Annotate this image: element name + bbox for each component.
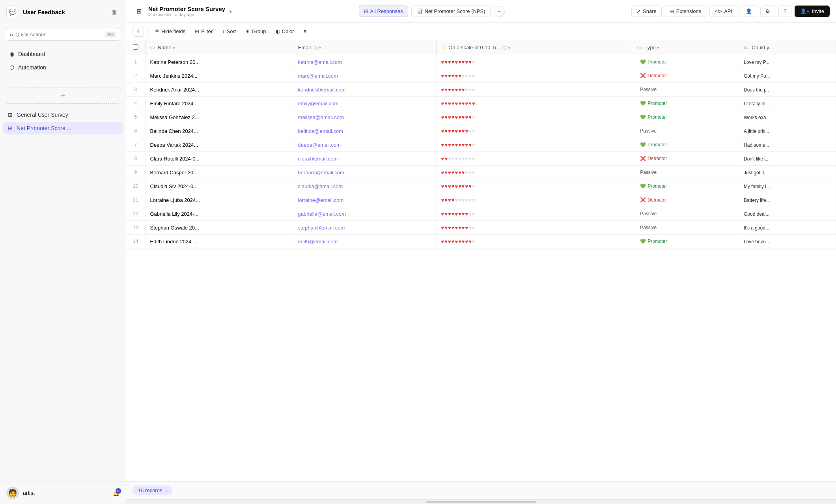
table-row: 10 Claudia Siv 2024-0... claudia@email.c… bbox=[126, 179, 836, 193]
type-cell: Passive bbox=[632, 207, 739, 221]
email-link[interactable]: melissa@email.com bbox=[298, 114, 344, 120]
email-link[interactable]: lorraine@email.com bbox=[298, 197, 344, 203]
email-cell: katrina@email.com bbox=[293, 55, 436, 69]
score-cell: ♥♥♥♥♥♥♥♥♥♥ bbox=[436, 83, 632, 97]
api-button[interactable]: </> API bbox=[709, 6, 737, 17]
group-label: Group bbox=[252, 28, 266, 34]
email-link[interactable]: claudia@email.com bbox=[298, 183, 343, 189]
user-icon-button[interactable]: 👤 bbox=[741, 6, 757, 17]
sidebar-item-automation[interactable]: ⬡ Automation bbox=[3, 61, 123, 74]
type-cell: Passive bbox=[632, 221, 739, 235]
type-cell: Passive bbox=[632, 124, 739, 138]
type-badge: Passive bbox=[637, 86, 660, 93]
add-row-button[interactable]: + bbox=[132, 26, 144, 37]
tab-nps[interactable]: 📊 Net Promoter Score (NPS) bbox=[411, 6, 491, 17]
type-cell: 💚 Promoter bbox=[632, 55, 739, 69]
type-column-header[interactable]: <> Type ▾ bbox=[632, 40, 739, 55]
sidebar-item-general-survey[interactable]: ⊞ General User Survey bbox=[3, 108, 123, 121]
comment-cell: Don't like t... bbox=[739, 152, 836, 166]
email-link[interactable]: stephan@email.com bbox=[298, 225, 345, 231]
email-link[interactable]: belinda@email.com bbox=[298, 128, 343, 134]
tab-label: All Responses bbox=[370, 8, 403, 14]
invite-button[interactable]: 👤+ Invite bbox=[795, 6, 830, 17]
comment-text: Love my P... bbox=[744, 60, 769, 65]
quick-actions-search[interactable]: ⌕ Quick Actions... ⌘K bbox=[5, 28, 121, 41]
email-link[interactable]: bernard@email.com bbox=[298, 170, 344, 175]
sidebar-item-nps[interactable]: ⊞ Net Promoter Score ... bbox=[3, 122, 123, 134]
row-number-9: 9 bbox=[126, 166, 145, 179]
name-column-header[interactable]: <> Name ▾ bbox=[145, 40, 293, 55]
filter-button[interactable]: ⊟ Filter bbox=[191, 26, 216, 36]
share-button[interactable]: ↗ Share bbox=[631, 6, 662, 17]
name-cell: Lorraine Ljuba 2024... bbox=[145, 193, 293, 207]
topbar-subtitle: last modified: a day ago bbox=[148, 12, 225, 17]
scroll-thumb[interactable] bbox=[426, 501, 536, 503]
email-column-header[interactable]: Email ⓘ ▾ bbox=[293, 40, 436, 55]
email-link[interactable]: deepa@email.com bbox=[298, 142, 341, 148]
email-cell: emily@email.com bbox=[293, 97, 436, 110]
hearts-display: ♥♥♥♥♥♥♥♥♥♥ bbox=[441, 128, 627, 134]
group-button[interactable]: ⊞ Group bbox=[241, 26, 270, 36]
score-cell: ♥♥♥♥♥♥♥♥♥♥ bbox=[436, 124, 632, 138]
sidebar-collapse-button[interactable]: ▣ bbox=[108, 6, 119, 17]
horizontal-scrollbar[interactable] bbox=[126, 499, 836, 504]
add-table-button[interactable]: + bbox=[5, 88, 121, 104]
type-badge: ❌ Detractor bbox=[637, 196, 670, 203]
sort-button[interactable]: ↕ Sort bbox=[218, 26, 240, 36]
extensions-icon: ⊕ bbox=[670, 8, 674, 14]
records-badge[interactable]: 15 records ‹ bbox=[132, 485, 172, 495]
type-badge: 💚 Promoter bbox=[637, 183, 670, 190]
row-number: 10 bbox=[133, 183, 138, 189]
sidebar-item-dashboard[interactable]: ◉ Dashboard bbox=[3, 48, 123, 60]
email-link[interactable]: emily@email.com bbox=[298, 101, 339, 106]
extensions-button[interactable]: ⊕ Extensions bbox=[665, 6, 707, 17]
sidebar-item-label: General User Survey bbox=[17, 112, 68, 118]
score-cell: ♥♥♥♥♥♥♥♥♥♥ bbox=[436, 179, 632, 193]
comment-column-header[interactable]: A≡ Could y... bbox=[739, 40, 836, 55]
email-link[interactable]: katrina@email.com bbox=[298, 59, 342, 65]
help-button[interactable]: ? bbox=[778, 6, 791, 17]
type-badge: ❌ Detractor bbox=[637, 72, 670, 79]
notification-count: 15 bbox=[116, 488, 121, 494]
email-link[interactable]: gabriella@email.com bbox=[298, 211, 346, 217]
sidebar-footer: 🧑 artist 🔔 15 bbox=[0, 482, 126, 504]
comment-text: Got my Po... bbox=[744, 73, 770, 79]
tab-all-responses[interactable]: ⊞ All Responses bbox=[359, 6, 408, 17]
email-link[interactable]: marc@email.com bbox=[298, 73, 338, 79]
email-cell: marc@email.com bbox=[293, 69, 436, 83]
color-button[interactable]: ◐ Color bbox=[272, 26, 298, 36]
notification-bell[interactable]: 🔔 15 bbox=[113, 490, 119, 496]
type-cell: 💚 Promoter bbox=[632, 110, 739, 124]
score-cell: ♥♥♥♥♥♥♥♥♥♥ bbox=[436, 207, 632, 221]
more-button[interactable]: ≡ bbox=[300, 26, 311, 36]
email-link[interactable]: kendrick@email.com bbox=[298, 87, 346, 93]
search-placeholder: Quick Actions... bbox=[15, 32, 103, 37]
email-cell: clara@email.com bbox=[293, 152, 436, 166]
api-label: API bbox=[724, 8, 732, 14]
type-cell: Passive bbox=[632, 166, 739, 179]
comment-text: Just got it,... bbox=[744, 170, 769, 175]
comment-cell: A little pric... bbox=[739, 124, 836, 138]
name-cell: Bernard Casper 20... bbox=[145, 166, 293, 179]
row-number-2: 2 bbox=[126, 69, 145, 83]
checkbox-header[interactable] bbox=[126, 40, 145, 55]
email-link[interactable]: clara@email.com bbox=[298, 156, 338, 162]
automation-icon: ⬡ bbox=[9, 64, 14, 71]
table-icon: ⊞ bbox=[8, 112, 13, 118]
comment-text: Battery life... bbox=[744, 198, 770, 203]
comment-text: A little pric... bbox=[744, 129, 769, 134]
hearts-display: ♥♥♥♥♥♥♥♥♥♥ bbox=[441, 73, 627, 79]
select-all-checkbox[interactable] bbox=[133, 44, 138, 50]
add-tab-button[interactable]: + bbox=[494, 6, 505, 17]
hearts-display: ♥♥♥♥♥♥♥♥♥♥ bbox=[441, 101, 627, 106]
table-row: 3 Kendrick Anar 2024... kendrick@email.c… bbox=[126, 83, 836, 97]
email-link[interactable]: edith@email.com bbox=[298, 239, 338, 245]
topbar-chevron-icon[interactable]: ▾ bbox=[229, 8, 232, 15]
type-cell: ❌ Detractor bbox=[632, 69, 739, 83]
color-icon: ◐ bbox=[276, 28, 280, 34]
score-column-header[interactable]: ☆ On a scale of 0-10, h... ⓘ ▾ bbox=[436, 40, 632, 55]
hide-fields-button[interactable]: 👁 Hide fields bbox=[151, 26, 190, 36]
type-icon: ❌ bbox=[640, 197, 646, 203]
settings-button[interactable]: ⚙ bbox=[760, 6, 775, 17]
invite-label: Invite bbox=[812, 8, 824, 14]
